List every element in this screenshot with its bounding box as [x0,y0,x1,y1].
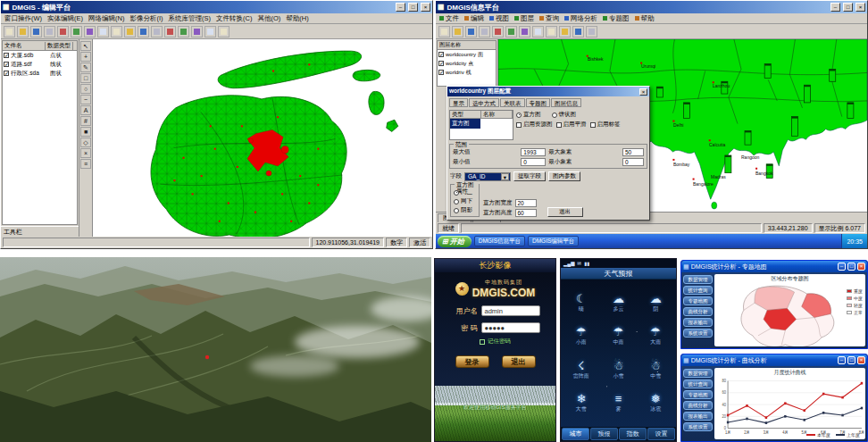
menu-item[interactable]: 影像分析(I) [130,14,163,23]
sidebar-button[interactable]: 系统设置 [683,422,713,431]
sidebar-button[interactable]: 数据管理 [683,369,713,378]
map-params-button[interactable]: 图内参数 [548,171,580,181]
layer-row[interactable]: ✓ 行政区.sda 面状 [3,69,77,78]
text-tool-icon[interactable]: A [80,105,91,115]
layer-visible-checkbox[interactable]: ✓ [4,71,9,76]
dialog-title-bar[interactable]: worldcountry 图层配置 × [447,87,649,96]
sidebar-button[interactable]: 统计查询 [683,286,713,295]
menu-item[interactable]: 专题图 [603,14,630,23]
menu-item[interactable]: 编辑 [464,14,484,23]
extract-field-button[interactable]: 提取字段 [513,171,546,181]
menu-item[interactable]: 图层 [514,14,534,23]
sidebar-button[interactable]: 专题地图 [683,296,713,305]
maximize-button[interactable]: □ [843,3,853,12]
weather-item[interactable]: ☇ 雷阵雨 [563,360,600,380]
layer-row[interactable]: ✓ worldriv 线 [438,68,496,77]
exit-button[interactable]: 退出 [547,207,583,217]
dialog-tab[interactable]: 选中方式 [469,98,499,107]
sidebar-button[interactable]: 专题地图 [683,390,713,399]
zoom-in-icon[interactable] [465,26,477,38]
info-icon[interactable] [204,26,216,38]
title-bar[interactable]: ▦ DMGIS信息平台 – □ × [436,1,867,13]
bottom-tab[interactable]: 城市 [562,428,589,440]
pan-icon[interactable] [492,26,504,38]
minimize-button[interactable]: – [838,263,846,271]
list-tool-icon[interactable]: ≡ [80,159,91,169]
layer-visible-checkbox[interactable]: ✓ [438,52,444,57]
layer-visible-checkbox[interactable]: ✓ [4,53,9,58]
menu-item[interactable]: 网络编辑(N) [88,14,124,23]
erase-tool-icon[interactable]: × [80,148,91,158]
close-button[interactable]: × [857,356,865,364]
exit-button[interactable]: 退出 [502,355,536,368]
full-extent-icon[interactable] [505,26,517,38]
close-button[interactable]: × [855,3,865,12]
measure-icon[interactable] [546,26,557,38]
max-pixel-input[interactable]: 50 [622,148,644,156]
sidebar-button[interactable]: 报表输出 [683,412,713,421]
title-bar[interactable]: ▦ DMGIS统计分析 - 专题地图 – □ × [681,261,867,272]
layer-visible-checkbox[interactable]: ✓ [438,70,444,75]
menu-item[interactable]: 视图 [489,14,509,23]
map-canvas[interactable] [93,39,432,237]
circle-tool-icon[interactable]: ○ [80,84,91,94]
histogram-radio[interactable]: 直方图 [516,111,541,119]
min-pixel-input[interactable]: 0 [622,158,644,166]
menu-item[interactable]: 文件 [439,14,459,23]
bar-width-input[interactable]: 20 [515,199,537,207]
sidebar-button[interactable]: 曲线分析 [683,307,713,316]
layer-row[interactable]: ✓ worldcountry 面 [438,50,496,59]
minimize-button[interactable]: – [830,3,840,12]
remember-password-option[interactable]: 记住密码 [435,338,555,346]
layer-visible-checkbox[interactable]: ✓ [4,62,9,67]
province-map[interactable] [714,283,865,346]
taskbar-window-button[interactable]: DMGIS信息平台 [474,236,525,246]
weather-item[interactable]: ☂ 大雨 [637,326,674,346]
sidebar-button[interactable]: 系统设置 [683,329,713,338]
list-selected-row[interactable]: 直方图 [450,119,480,129]
menu-item[interactable]: 查询 [539,14,559,23]
weather-item[interactable]: ☁ 多云 [600,293,638,313]
password-input[interactable]: ●●●●● [481,322,540,333]
dialog-tab[interactable]: 图层信息 [551,98,581,107]
close-button[interactable]: × [421,3,430,12]
grid-tool-icon[interactable]: # [80,116,91,126]
taskbar-window-button[interactable]: DMGIS编辑平台 [528,236,579,246]
copy-icon[interactable] [71,26,82,38]
sidebar-button[interactable]: 报表输出 [683,318,713,327]
menu-item[interactable]: 实体编辑(E) [47,14,83,23]
dialog-checkbox[interactable]: 启用资源图 [516,121,553,129]
menu-item[interactable]: 系统库管理(S) [169,14,212,23]
open-icon[interactable] [17,26,29,38]
menu-item[interactable]: 网络分析 [564,14,597,23]
identify-icon[interactable] [532,26,544,38]
dialog-checkbox[interactable]: 启用标签 [590,121,621,129]
dropdown-arrow-icon[interactable]: ▾ [501,173,509,180]
measure-icon[interactable] [191,26,203,38]
weather-item[interactable]: ☃ 中雪 [637,360,674,380]
line-tool-icon[interactable]: ~ [80,95,91,104]
save-icon[interactable] [452,26,463,38]
node-tool-icon[interactable]: ◇ [80,138,91,147]
pan-icon[interactable] [151,26,163,38]
dialog-tab[interactable]: 专题图 [526,98,551,107]
attr-radio[interactable]: 网下 [454,197,472,205]
pie-radio[interactable]: 饼状图 [552,111,577,119]
menu-item[interactable]: 窗口操作(W) [4,14,42,23]
layer-visible-checkbox[interactable]: ✓ [438,61,444,66]
layer-row[interactable]: ✓ 大厦.sdb 点状 [3,51,77,60]
title-bar[interactable]: ▦ DMGIS - 编辑平台 – □ × [1,1,432,13]
select-icon[interactable] [519,26,530,38]
cut-icon[interactable] [57,26,69,38]
username-input[interactable]: admin [481,305,540,316]
menu-item[interactable]: 帮助 [635,14,655,23]
weather-item[interactable]: ☂ 小雨 [563,326,600,346]
sidebar-button[interactable]: 统计查询 [683,379,713,388]
full-extent-icon[interactable] [164,26,176,38]
min-value-input[interactable]: 0 [521,158,546,166]
start-button[interactable]: ⊞ 开始 [438,236,472,247]
minimize-button[interactable]: – [396,3,405,12]
help-icon[interactable] [586,26,597,38]
print-icon[interactable] [44,26,55,38]
bottom-tab[interactable]: 设置 [647,428,675,440]
